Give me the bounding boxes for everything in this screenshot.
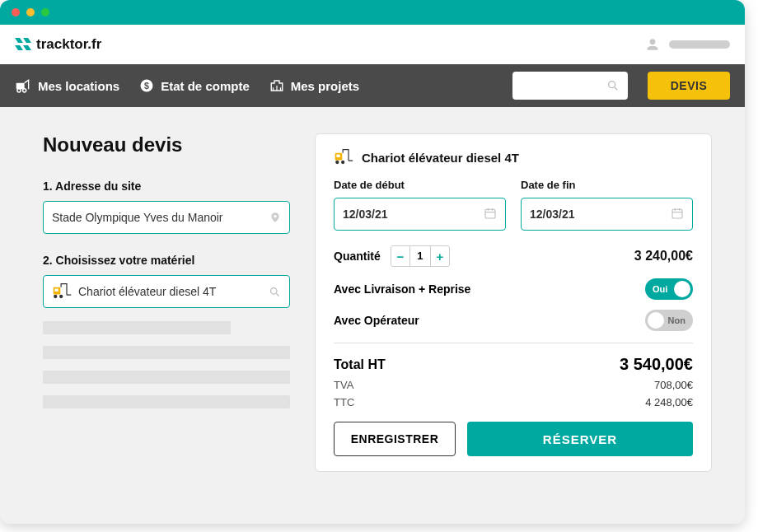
operator-label: Avec Opérateur bbox=[334, 314, 419, 327]
quote-card: Chariot élévateur diesel 4T Date de débu… bbox=[315, 133, 712, 472]
summary-panel: Chariot élévateur diesel 4T Date de débu… bbox=[315, 133, 712, 472]
date-end-label: Date de fin bbox=[521, 179, 693, 191]
forklift-icon bbox=[334, 149, 353, 166]
qty-increment[interactable]: + bbox=[431, 246, 449, 266]
window-titlebar bbox=[0, 0, 745, 25]
skeleton-line bbox=[43, 395, 290, 408]
qty-decrement[interactable]: − bbox=[391, 246, 409, 266]
date-start-label: Date de début bbox=[334, 179, 506, 191]
svg-point-0 bbox=[650, 39, 656, 44]
svg-point-3 bbox=[23, 89, 26, 92]
svg-rect-20 bbox=[349, 160, 353, 161]
quantity-stepper: − 1 + bbox=[391, 245, 450, 267]
skeleton-line bbox=[43, 346, 290, 359]
divider bbox=[334, 343, 693, 343]
address-input[interactable]: Stade Olympique Yves du Manoir bbox=[43, 201, 290, 234]
svg-point-14 bbox=[271, 287, 278, 294]
line-price: 3 240,00€ bbox=[634, 249, 693, 264]
svg-point-18 bbox=[335, 161, 339, 164]
logo-mark-icon bbox=[15, 38, 31, 51]
reserve-button[interactable]: RÉSERVER bbox=[467, 422, 693, 456]
date-start-input[interactable]: 12/03/21 bbox=[334, 198, 506, 231]
toggle-off-label: Non bbox=[668, 315, 685, 325]
save-button[interactable]: ENREGISTRER bbox=[334, 422, 456, 456]
nav-label: Mes projets bbox=[291, 79, 359, 93]
brand-name: tracktor.fr bbox=[36, 36, 101, 53]
dollar-circle-icon: $ bbox=[139, 78, 154, 93]
card-header: Chariot élévateur diesel 4T bbox=[334, 149, 693, 166]
window-min-dot[interactable] bbox=[26, 8, 35, 16]
nav-label: Etat de compte bbox=[161, 79, 250, 93]
equipment-input[interactable]: Chariot élévateur diesel 4T bbox=[43, 275, 290, 308]
quantity-row: Quantité − 1 + 3 240,00€ bbox=[334, 245, 693, 267]
devis-button[interactable]: DEVIS bbox=[648, 72, 730, 100]
toggle-knob bbox=[648, 312, 664, 329]
tva-label: TVA bbox=[334, 379, 353, 391]
action-buttons: ENREGISTRER RÉSERVER bbox=[334, 422, 693, 456]
total-ht-value: 3 540,00€ bbox=[620, 355, 693, 374]
equipment-value: Chariot élévateur diesel 4T bbox=[78, 285, 262, 298]
svg-line-15 bbox=[276, 293, 278, 296]
location-pin-icon bbox=[269, 210, 281, 225]
main-content: Nouveau devis 1. Adresse du site Stade O… bbox=[0, 107, 745, 472]
qty-label: Quantité bbox=[334, 250, 381, 263]
svg-rect-21 bbox=[485, 209, 495, 218]
tva-value: 708,00€ bbox=[654, 379, 693, 391]
date-row: Date de début 12/03/21 Date de fin 12/03… bbox=[334, 179, 693, 231]
ttc-row: TTC 4 248,00€ bbox=[334, 396, 693, 408]
app-window: tracktor.fr Mes locations $ Etat de comp… bbox=[0, 0, 745, 524]
user-name-placeholder bbox=[669, 40, 730, 49]
quote-form: Nouveau devis 1. Adresse du site Stade O… bbox=[43, 133, 290, 472]
topbar: tracktor.fr bbox=[0, 25, 745, 64]
skeleton-line bbox=[43, 321, 231, 334]
calendar-icon bbox=[484, 207, 497, 222]
search-icon bbox=[606, 79, 620, 92]
window-max-dot[interactable] bbox=[41, 8, 49, 16]
nav-projects[interactable]: Mes projets bbox=[269, 78, 359, 93]
nav-label: Mes locations bbox=[38, 79, 119, 93]
total-ht-row: Total HT 3 540,00€ bbox=[334, 355, 693, 374]
window-close-dot[interactable] bbox=[12, 8, 20, 16]
date-end-input[interactable]: 12/03/21 bbox=[521, 198, 693, 231]
delivery-label: Avec Livraison + Reprise bbox=[334, 282, 470, 296]
svg-rect-17 bbox=[336, 155, 339, 157]
nav-account[interactable]: $ Etat de compte bbox=[139, 78, 250, 93]
address-value: Stade Olympique Yves du Manoir bbox=[52, 211, 263, 224]
user-menu[interactable] bbox=[644, 36, 730, 53]
equipment-icon bbox=[15, 78, 31, 93]
page-title: Nouveau devis bbox=[43, 133, 290, 156]
skeleton-line bbox=[43, 371, 290, 384]
svg-point-2 bbox=[17, 89, 21, 92]
delivery-row: Avec Livraison + Reprise Oui bbox=[334, 278, 693, 300]
ttc-value: 4 248,00€ bbox=[645, 396, 693, 408]
nav-locations[interactable]: Mes locations bbox=[15, 78, 119, 93]
delivery-toggle[interactable]: Oui bbox=[645, 278, 693, 300]
search-icon bbox=[269, 286, 281, 298]
product-name: Chariot élévateur diesel 4T bbox=[362, 151, 519, 165]
svg-rect-1 bbox=[16, 83, 25, 90]
brand-logo[interactable]: tracktor.fr bbox=[15, 36, 101, 53]
date-end-value: 12/03/21 bbox=[530, 208, 575, 221]
svg-rect-10 bbox=[54, 289, 58, 292]
toggle-on-label: Oui bbox=[653, 284, 667, 294]
svg-point-19 bbox=[341, 161, 344, 164]
svg-rect-25 bbox=[672, 209, 682, 218]
operator-row: Avec Opérateur Non bbox=[334, 310, 693, 331]
svg-line-7 bbox=[615, 87, 617, 90]
skeleton-list bbox=[43, 321, 290, 408]
calendar-icon bbox=[671, 207, 684, 222]
svg-point-6 bbox=[609, 82, 615, 88]
operator-toggle[interactable]: Non bbox=[645, 310, 693, 331]
toggle-knob bbox=[674, 281, 690, 297]
svg-point-11 bbox=[54, 295, 57, 298]
svg-point-8 bbox=[274, 215, 277, 218]
svg-point-12 bbox=[59, 295, 63, 298]
total-ht-label: Total HT bbox=[334, 357, 386, 372]
nav-search-input[interactable] bbox=[512, 72, 628, 100]
ttc-label: TTC bbox=[334, 396, 354, 408]
svg-text:$: $ bbox=[144, 81, 149, 91]
tva-row: TVA 708,00€ bbox=[334, 379, 693, 391]
qty-value: 1 bbox=[409, 246, 431, 266]
construction-icon bbox=[269, 78, 284, 93]
forklift-icon bbox=[52, 283, 72, 300]
